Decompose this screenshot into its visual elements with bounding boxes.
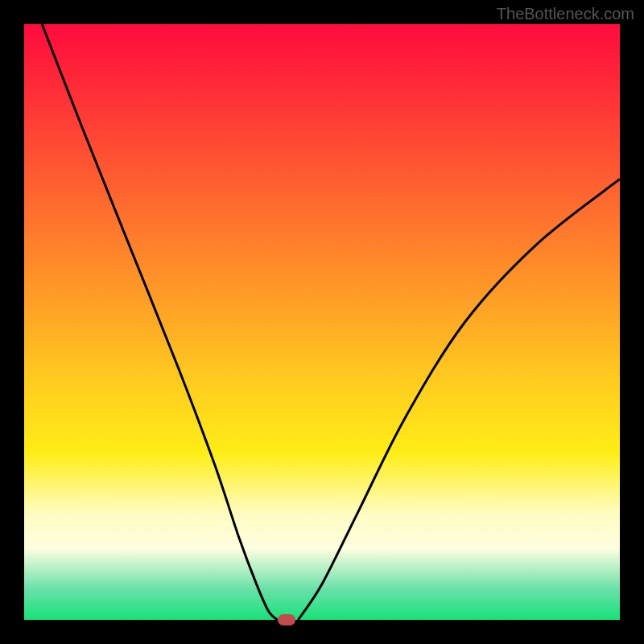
bottleneck-curve [24,24,620,620]
chart-area [24,24,620,620]
optimum-marker [278,614,295,625]
curve-right [298,179,620,620]
curve-left [42,24,277,620]
watermark-text: TheBottleneck.com [497,5,634,23]
